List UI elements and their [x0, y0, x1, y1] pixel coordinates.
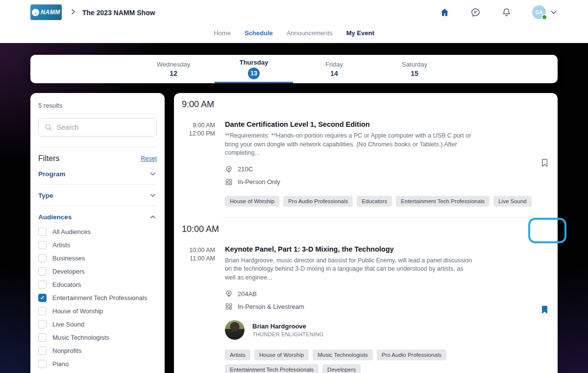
- checkbox-checked-icon: [38, 294, 47, 302]
- date-tab-friday[interactable]: Friday 14: [294, 55, 374, 83]
- event-format-text: In-Person Only: [238, 178, 280, 186]
- event-meta: 210C In-Person Only: [225, 165, 534, 186]
- audience-option-piano[interactable]: Piano: [38, 357, 157, 371]
- audience-option-artists[interactable]: Artists: [38, 238, 157, 252]
- bookmark-outline-icon: [540, 158, 549, 167]
- home-button[interactable]: [440, 7, 450, 18]
- tag-badge: Music Technologists: [313, 350, 373, 360]
- keynote-bookmark-button[interactable]: [539, 245, 550, 373]
- event-description: **Requirements: **Hands-on portion requi…: [225, 132, 472, 158]
- event-tags: Artists House of Worship Music Technolog…: [225, 350, 534, 373]
- location-pin-icon: [225, 165, 233, 173]
- chevron-up-icon: [149, 213, 157, 221]
- tag-badge: Entertainment Tech Professionals: [396, 196, 490, 207]
- filters-header: Filters Reset: [38, 154, 157, 163]
- checkbox-icon: [38, 254, 47, 262]
- date-tab-date-number: 15: [411, 70, 418, 77]
- filter-section-program[interactable]: Program: [38, 163, 157, 185]
- filter-section-type[interactable]: Type: [38, 185, 157, 206]
- audience-option-live-sound[interactable]: Live Sound: [38, 318, 157, 331]
- avatar[interactable]: GA: [532, 5, 546, 19]
- notifications-button[interactable]: [501, 7, 512, 18]
- checkbox-icon: [38, 241, 47, 249]
- checkbox-icon: [38, 360, 47, 368]
- bookmark-button[interactable]: [539, 120, 550, 207]
- event-card-keynote-panel[interactable]: 10:00 AM 11:00 AM Keynote Panel, Part 1:…: [174, 244, 558, 373]
- schedule-section-10am: 10:00 AM 10:00 AM 11:00 AM Keynote Panel…: [174, 218, 558, 373]
- audience-option-all-audiences[interactable]: All Audiences: [38, 225, 157, 238]
- audience-option-businesses[interactable]: Businesses: [38, 252, 157, 265]
- namm-logo-text: NAMM: [41, 9, 60, 16]
- date-tab-day-label: Wednesday: [157, 61, 190, 68]
- tag-badge: Developers: [322, 364, 361, 373]
- breadcrumb-chevron-icon: [70, 8, 76, 15]
- format-grid-icon: [225, 303, 233, 310]
- event-end-time: 11:00 AM: [182, 255, 215, 263]
- speaker-name: Brian Hardgroove: [252, 323, 323, 330]
- nav-tab-my-event[interactable]: My Event: [346, 29, 374, 37]
- online-status-dot: [541, 14, 547, 20]
- schedule-section-9am: 9:00 AM 9:00 AM 12:00 PM Dante Certifica…: [174, 93, 558, 217]
- event-body: Dante Certification Level 1, Second Edit…: [225, 120, 534, 207]
- search-box[interactable]: [38, 118, 157, 137]
- audience-option-house-of-worship[interactable]: House of Worship: [38, 304, 157, 318]
- home-icon: [440, 7, 450, 18]
- audience-option-music-technologists[interactable]: Music Technologists: [38, 331, 157, 344]
- section-time-heading: 10:00 AM: [174, 218, 558, 234]
- audience-option-pro-audio-professionals[interactable]: Pro Audio Professionals: [38, 371, 157, 373]
- chevron-down-icon: [550, 8, 558, 16]
- audience-option-nonprofits[interactable]: Nonprofits: [38, 344, 157, 357]
- checkbox-icon: [38, 320, 47, 328]
- date-tab-date-number: 13: [248, 68, 260, 79]
- reset-filters-link[interactable]: Reset: [141, 155, 157, 162]
- audience-option-developers[interactable]: Developers: [38, 265, 157, 278]
- audience-option-educators[interactable]: Educators: [38, 278, 157, 291]
- filters-title: Filters: [38, 154, 60, 163]
- tag-badge: Live Sound: [493, 196, 532, 207]
- chat-button[interactable]: [470, 7, 481, 18]
- account-menu[interactable]: GA: [532, 5, 558, 19]
- event-body: Keynote Panel, Part 1: 3-D Mixing, the T…: [225, 245, 534, 373]
- checkbox-icon: [38, 347, 47, 355]
- checkbox-icon: [38, 280, 47, 289]
- nav-tab-announcements[interactable]: Announcements: [287, 29, 333, 37]
- header-actions: GA: [440, 5, 558, 19]
- search-icon: [45, 123, 52, 131]
- event-location-text: 210C: [238, 165, 253, 173]
- event-location: 210C: [225, 165, 534, 173]
- date-tab-day-label: Saturday: [402, 61, 427, 68]
- event-location-text: 204AB: [238, 290, 257, 298]
- tag-badge: Educators: [357, 196, 392, 207]
- event-location: 204AB: [225, 290, 534, 298]
- search-input[interactable]: [57, 123, 150, 131]
- checkbox-icon: [38, 228, 47, 236]
- event-time-range: 10:00 AM 11:00 AM: [182, 245, 215, 373]
- event-description: Brian Hardgroove, music director and bas…: [225, 256, 472, 282]
- bell-icon: [501, 7, 512, 18]
- avatar-initials: GA: [536, 10, 543, 15]
- event-card-dante-level-1[interactable]: 9:00 AM 12:00 PM Dante Certification Lev…: [174, 119, 558, 217]
- checkbox-icon: [38, 333, 47, 342]
- event-start-time: 10:00 AM: [182, 246, 215, 255]
- top-header: ♪ NAMM The 2023 NAMM Show GA: [0, 0, 588, 43]
- filter-section-audiences[interactable]: Audiences: [38, 206, 157, 225]
- app-window: ♪ NAMM The 2023 NAMM Show GA: [0, 0, 588, 373]
- bookmark-filled-icon: [540, 305, 549, 314]
- schedule-panel: 9:00 AM 9:00 AM 12:00 PM Dante Certifica…: [174, 93, 558, 373]
- namm-logo[interactable]: ♪ NAMM: [30, 4, 62, 20]
- date-tab-date-number: 12: [170, 70, 177, 77]
- event-title[interactable]: Dante Certification Level 1, Second Edit…: [225, 120, 534, 128]
- event-title[interactable]: Keynote Panel, Part 1: 3-D Mixing, the T…: [225, 245, 534, 253]
- speaker-row[interactable]: Brian Hardgroove THUNDER ENLIGHTENING: [225, 320, 534, 340]
- audience-option-entertainment-tech-professionals[interactable]: Entertainment Tech Professionals: [38, 291, 157, 304]
- speaker-photo: [225, 320, 245, 340]
- date-tab-wednesday[interactable]: Wednesday 12: [133, 55, 214, 83]
- event-start-time: 9:00 AM: [182, 121, 215, 130]
- nav-tab-home[interactable]: Home: [214, 29, 231, 37]
- date-tab-saturday[interactable]: Saturday 15: [374, 55, 455, 83]
- speaker-info: Brian Hardgroove THUNDER ENLIGHTENING: [252, 323, 323, 337]
- date-tab-thursday[interactable]: Thursday 13: [214, 55, 294, 83]
- event-end-time: 12:00 PM: [182, 130, 215, 138]
- format-grid-icon: [225, 178, 233, 186]
- nav-tab-schedule[interactable]: Schedule: [245, 29, 273, 37]
